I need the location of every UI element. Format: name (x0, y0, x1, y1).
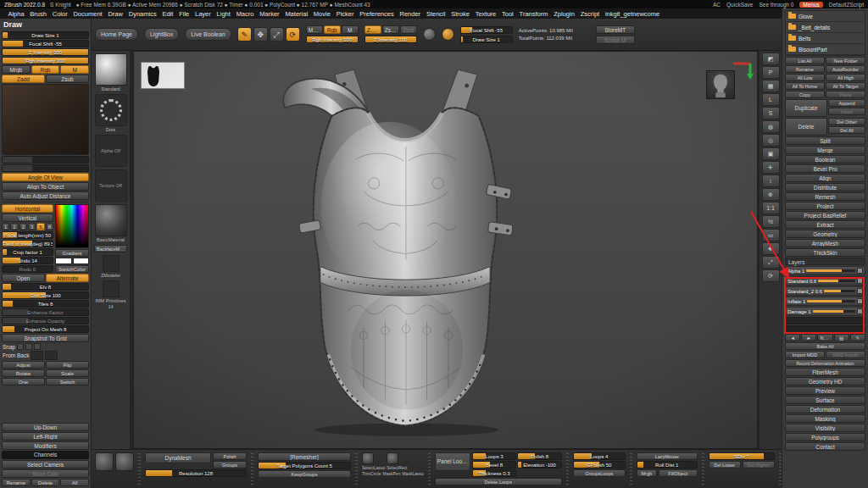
undo-history-slider[interactable]: Undo 14 (2, 257, 53, 264)
default-zscript-label[interactable]: DefaultZScript (829, 2, 864, 8)
nav-button[interactable]: Modifiers (2, 441, 89, 450)
bake-all-button[interactable]: Bake All (785, 342, 865, 350)
orientation-button[interactable]: Horizontal (2, 204, 53, 213)
menu-item[interactable]: Color (49, 10, 70, 18)
subtool-folder-row[interactable]: BisountPart (786, 44, 865, 55)
quicksave-button[interactable]: QuickSave (726, 2, 753, 8)
subtool-action-button[interactable]: All Low (785, 74, 825, 81)
subtool-folder-row[interactable]: _Belt_details (786, 22, 865, 33)
resolution-slider[interactable]: Resolution 128 (145, 469, 247, 477)
menu-item[interactable]: inkgit_getnewcome (603, 10, 663, 18)
grid-adjust-button[interactable]: Flip (46, 361, 89, 369)
subtool-op-button[interactable]: Split (785, 136, 865, 145)
lens-slider[interactable]: Field of view(deg) 89.59775 (2, 240, 53, 247)
snap-toggle[interactable] (17, 343, 24, 350)
lazymouse-button[interactable]: LazyMouse (637, 452, 698, 460)
nav-button[interactable]: Up-Down (2, 423, 89, 431)
layer-rename-icon[interactable]: ✎ (850, 334, 865, 341)
current-texture-thumb[interactable]: Texture Off (95, 169, 127, 202)
new-folder-button[interactable]: New Folder (826, 57, 865, 64)
grid-adjust-button[interactable]: Switch (46, 378, 89, 385)
palette-section[interactable]: ArrayMesh (785, 239, 865, 247)
panel-loops-slider[interactable]: Loops 3 (472, 452, 517, 460)
layer-visibility-icon[interactable] (857, 278, 863, 284)
fillobject-button[interactable]: FillObject (659, 469, 698, 477)
subtool-action-button[interactable]: All To Target (826, 82, 865, 90)
palette-section[interactable]: Visibility (785, 424, 865, 432)
preview-slider[interactable] (2, 164, 89, 172)
menu-item[interactable]: Draw (105, 10, 125, 18)
trimcircle-label[interactable]: TrimCircle (362, 471, 381, 476)
store-mt-button[interactable]: StoreMT (596, 25, 635, 34)
menu-item[interactable]: Stroke (448, 10, 472, 18)
sculpt-mode-button[interactable]: Zcut (400, 25, 417, 34)
panel-loops-slider[interactable]: Thickness 0.3 (472, 469, 517, 477)
orientation-button[interactable]: Vertical (2, 214, 53, 222)
layer-visibility-icon[interactable] (857, 298, 863, 304)
layer-list-icon[interactable]: ▤ (834, 334, 849, 341)
channels-bar[interactable]: Channels (2, 451, 89, 459)
focal-preset-button[interactable]: 24 (10, 223, 18, 230)
draw-size-slider[interactable]: Focal Shift -55 (2, 40, 89, 47)
subtool-folder-row[interactable]: Glove (786, 11, 865, 22)
target-polygons-slider[interactable]: Target Polygons Count 5 (258, 462, 351, 469)
undo-history-slider[interactable]: Redo 0 (2, 265, 53, 273)
local-icon[interactable]: L (762, 93, 780, 106)
menu-item[interactable]: Light (214, 10, 233, 18)
record-deformation-button[interactable]: Record Deformation Animation (785, 359, 865, 367)
current-brush-thumb[interactable] (95, 53, 127, 86)
groupsloops-button[interactable]: GroupsLoops (573, 469, 626, 477)
alternate-button[interactable]: Alternate (46, 274, 89, 282)
menu-item[interactable]: Picker (333, 10, 357, 18)
current-material-thumb[interactable] (95, 204, 127, 236)
panel-loops-button[interactable]: Panel Loops (435, 452, 470, 471)
floor-icon[interactable]: ▦ (762, 80, 780, 92)
live-boolean-button[interactable]: Live Boolean (185, 28, 231, 41)
floor-grid-slider[interactable]: Elv 8 (2, 283, 89, 291)
home-page-button[interactable]: Home Page (95, 28, 138, 41)
current-stroke-thumb[interactable] (95, 94, 127, 126)
focal-shift-slider[interactable]: Focal Shift -55 (460, 26, 513, 34)
gradient-button[interactable]: Gradient (55, 249, 89, 257)
layer-row[interactable]: Alpha 1 (785, 266, 865, 275)
intensity-slider[interactable]: Z Intensity 100 (2, 48, 89, 56)
focal-preset-button[interactable]: 50 (36, 223, 44, 230)
document-canvas[interactable] (133, 51, 758, 449)
list-all-button[interactable]: List All (785, 57, 825, 64)
palette-section[interactable]: Contact (785, 442, 865, 451)
layer-row[interactable]: Damage 1 (785, 307, 865, 316)
solo-icon[interactable]: ▣ (762, 147, 780, 160)
insert-button[interactable]: Insert (828, 108, 865, 115)
sculpt-mode-button[interactable]: Zadd (364, 25, 381, 34)
polish-button[interactable]: Polish (213, 452, 247, 460)
menus-button[interactable]: Menus (799, 2, 823, 8)
grid-image-thumb[interactable] (31, 351, 43, 360)
bpr-icon[interactable]: ◩ (762, 53, 780, 65)
subtool-op-button[interactable]: Project BasRelief (785, 211, 865, 219)
menu-item[interactable]: Layer (192, 10, 214, 18)
focal-preset-button[interactable]: 16 (2, 223, 9, 230)
store-cam-button[interactable]: Store Cam (2, 469, 89, 478)
floor-grid-slider[interactable]: Tiles 8 (2, 300, 89, 308)
sculpt-mode-button[interactable]: Zadd (2, 75, 45, 83)
scale-icon[interactable]: ⤢ (762, 256, 780, 269)
zmodeler-brush-thumb[interactable] (103, 255, 120, 272)
import-mdd-button[interactable]: Import MDD (785, 351, 825, 358)
subtool-op-button[interactable]: Bevel Pro (785, 164, 865, 173)
intensity-slider[interactable]: Rgb Intensity 100 (2, 57, 89, 64)
snapshot-to-grid-button[interactable]: Snapshot To Grid (2, 334, 89, 342)
move-icon[interactable]: ✥ (762, 242, 780, 255)
loops-slider[interactable]: GPolish 50 (573, 461, 626, 469)
focal-preset-button[interactable]: 35 (28, 223, 36, 230)
focal-preset-button[interactable]: 85 (46, 223, 53, 230)
z-intensity-slider[interactable]: Z Intensity 100 (364, 36, 417, 43)
ghost-icon[interactable]: ◎ (762, 134, 780, 147)
switchcolor-button[interactable]: SwitchColor (55, 265, 89, 273)
menu-item[interactable]: Stencil (423, 10, 448, 18)
camera-action-button[interactable]: All (60, 479, 89, 486)
draw-size-slider[interactable]: Draw Size 1 (460, 36, 513, 43)
layer-prev-button[interactable]: ◄ (785, 334, 800, 341)
view-button[interactable]: Align To Object (2, 182, 89, 191)
frame-icon[interactable]: ▭ (762, 229, 780, 241)
menu-item[interactable]: Material (282, 10, 310, 18)
